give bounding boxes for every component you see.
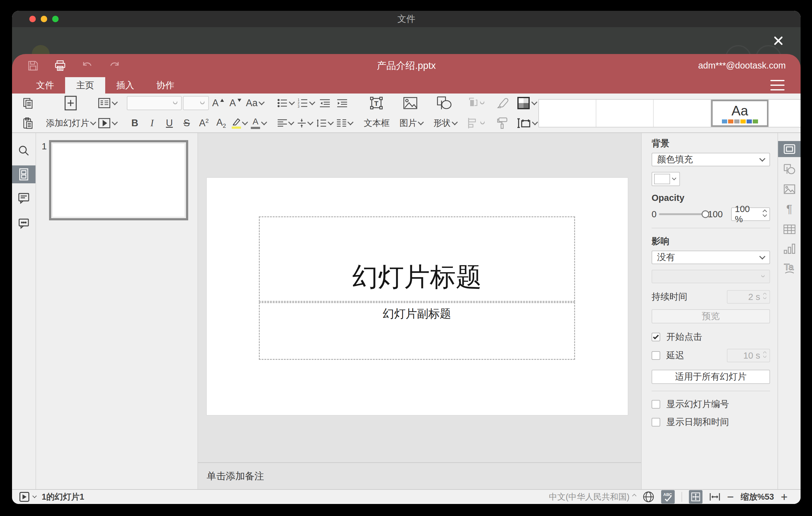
spellcheck-icon[interactable]: ABC xyxy=(661,490,675,504)
slider-knob[interactable] xyxy=(701,210,709,218)
italic-button[interactable]: I xyxy=(144,115,160,131)
insert-textbox-icon[interactable]: T xyxy=(363,95,390,111)
change-layout-button[interactable] xyxy=(96,95,118,111)
language-select[interactable]: 中文(中华人民共和国) xyxy=(549,491,636,503)
copy-icon[interactable] xyxy=(20,95,36,111)
opacity-spinner[interactable]: 100 % xyxy=(731,207,770,221)
duration-label: 持续时间 xyxy=(651,291,687,303)
chart-settings-icon[interactable] xyxy=(778,241,801,257)
fill-type-select[interactable]: 颜色填充 xyxy=(651,153,770,166)
bold-button[interactable]: B xyxy=(127,115,143,131)
clear-style-icon[interactable] xyxy=(495,95,511,111)
fill-color-picker[interactable] xyxy=(651,172,680,186)
bullets-button[interactable] xyxy=(276,95,295,111)
tab-collaboration[interactable]: 协作 xyxy=(145,77,185,93)
notes-input[interactable]: 单击添加备注 xyxy=(198,462,641,489)
slide-thumbnail[interactable] xyxy=(49,140,188,220)
delay-checkbox[interactable] xyxy=(651,351,660,360)
delay-spinner[interactable]: 10 s xyxy=(727,349,770,362)
show-slide-number-checkbox[interactable] xyxy=(651,400,660,409)
change-case-button[interactable]: Aa xyxy=(245,95,265,111)
insert-image-button[interactable]: 图片 xyxy=(398,115,425,131)
superscript-button[interactable]: A2 xyxy=(196,115,212,131)
vertical-align-button[interactable] xyxy=(296,115,314,131)
close-icon[interactable] xyxy=(772,34,785,47)
color-scheme-button[interactable] xyxy=(516,95,538,111)
font-color-button[interactable]: A xyxy=(250,115,267,131)
horizontal-align-button[interactable] xyxy=(276,115,295,131)
paragraph-settings-icon[interactable]: ¶ xyxy=(778,201,801,217)
chevron-down-icon[interactable] xyxy=(32,494,37,498)
insert-image-icon[interactable] xyxy=(397,95,424,111)
increase-font-button[interactable]: A xyxy=(210,95,226,111)
numbering-button[interactable]: 123 xyxy=(296,95,316,111)
tab-home[interactable]: 主页 xyxy=(65,77,105,93)
theme-option[interactable] xyxy=(539,100,596,127)
slide-settings-icon[interactable] xyxy=(778,141,801,157)
highlight-color-button[interactable] xyxy=(230,115,248,131)
arrange-shapes-button[interactable] xyxy=(465,95,486,111)
start-on-click-checkbox[interactable] xyxy=(651,333,660,341)
set-language-icon[interactable] xyxy=(643,491,654,503)
theme-option-selected[interactable]: Aa xyxy=(711,100,768,127)
font-name-select[interactable] xyxy=(127,96,182,110)
table-settings-icon[interactable] xyxy=(778,221,801,237)
line-spacing-button[interactable] xyxy=(315,115,334,131)
strikethrough-button[interactable]: S xyxy=(179,115,195,131)
insert-textbox-button[interactable]: 文本框 xyxy=(362,115,391,131)
opacity-slider[interactable] xyxy=(659,213,705,215)
image-settings-icon[interactable] xyxy=(778,181,801,197)
theme-option[interactable] xyxy=(654,100,711,127)
subscript-button[interactable]: A2 xyxy=(213,115,229,131)
align-shapes-button[interactable] xyxy=(466,115,486,131)
copy-style-icon[interactable] xyxy=(495,115,511,131)
start-slideshow-button[interactable] xyxy=(96,115,118,131)
paste-icon[interactable] xyxy=(20,115,36,131)
font-size-select[interactable] xyxy=(183,96,209,110)
print-icon[interactable] xyxy=(54,60,66,72)
slide-subtitle-placeholder[interactable]: 幻灯片副标题 xyxy=(259,302,575,360)
insert-shape-icon[interactable] xyxy=(431,95,458,111)
theme-option[interactable] xyxy=(596,100,654,127)
slide-tools-group xyxy=(96,95,118,131)
zoom-out-button[interactable]: − xyxy=(727,491,734,503)
add-slide-button[interactable]: 添加幻灯片 xyxy=(45,115,96,131)
chat-icon[interactable] xyxy=(12,214,35,232)
undo-icon[interactable] xyxy=(81,60,93,72)
theme-option[interactable] xyxy=(768,100,801,127)
decrease-font-button[interactable]: A xyxy=(227,95,243,111)
preview-button[interactable]: 预览 xyxy=(651,309,770,323)
menu-icon[interactable] xyxy=(770,80,785,90)
search-icon[interactable] xyxy=(12,142,35,160)
insert-group: T 文本框 xyxy=(362,95,486,131)
fit-width-icon[interactable] xyxy=(709,492,720,501)
redo-icon[interactable] xyxy=(108,60,121,72)
text-art-settings-icon[interactable]: Ta xyxy=(778,260,801,276)
slide-size-button[interactable] xyxy=(516,115,538,131)
fit-slide-icon[interactable] xyxy=(689,490,702,504)
tab-insert[interactable]: 插入 xyxy=(105,77,145,93)
tab-file[interactable]: 文件 xyxy=(25,77,65,93)
add-slide-icon[interactable] xyxy=(62,95,79,111)
duration-spinner[interactable]: 2 s xyxy=(727,290,770,304)
zoom-in-button[interactable]: + xyxy=(781,491,788,503)
slide[interactable]: 幻灯片标题 幻灯片副标题 xyxy=(207,178,628,415)
increase-indent-button[interactable] xyxy=(334,95,350,111)
comments-icon[interactable] xyxy=(12,189,35,207)
shape-settings-icon[interactable] xyxy=(778,161,801,177)
effect-type-select[interactable] xyxy=(651,270,770,283)
save-icon[interactable] xyxy=(27,60,39,72)
slide-title-placeholder[interactable]: 幻灯片标题 xyxy=(259,216,575,302)
opacity-max: 100 xyxy=(708,209,723,220)
insert-shape-button[interactable]: 形状 xyxy=(432,115,459,131)
slides-panel-icon[interactable] xyxy=(12,165,35,183)
columns-button[interactable] xyxy=(335,115,354,131)
apply-to-all-button[interactable]: 适用于所有幻灯片 xyxy=(651,370,770,384)
chevron-down-icon xyxy=(452,119,458,125)
effect-select[interactable]: 没有 xyxy=(651,251,770,264)
decrease-indent-button[interactable] xyxy=(317,95,333,111)
underline-button[interactable]: U xyxy=(161,115,177,131)
start-slideshow-status-icon[interactable] xyxy=(20,492,29,502)
document-title[interactable]: 产品介绍.pptx xyxy=(377,59,436,72)
show-date-time-checkbox[interactable] xyxy=(651,418,660,427)
